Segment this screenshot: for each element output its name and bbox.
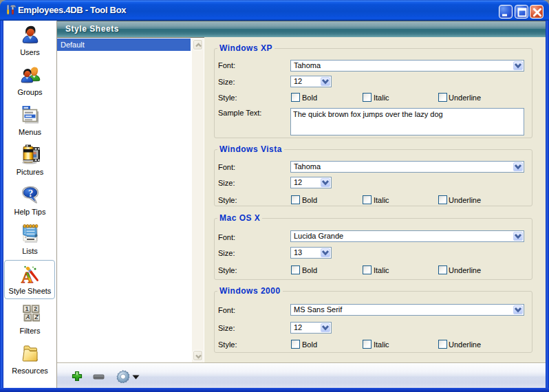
svg-text:Z: Z [34, 314, 39, 320]
svg-text:?: ? [28, 188, 32, 199]
svg-text:1: 1 [25, 305, 28, 312]
svg-text:A: A [21, 268, 33, 285]
svg-text:2: 2 [34, 305, 37, 312]
svg-text:A: A [25, 314, 30, 320]
